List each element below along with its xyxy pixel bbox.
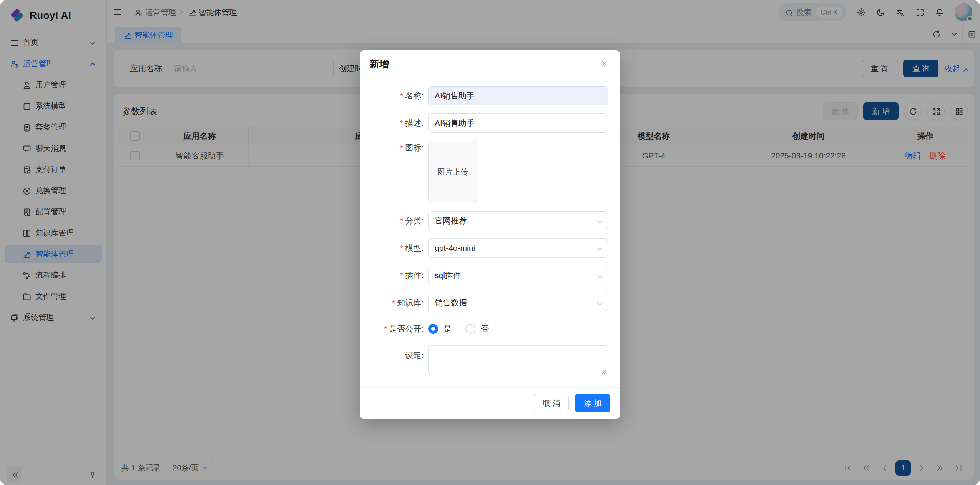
knowledge-label: 知识库: bbox=[360, 297, 428, 308]
form-row-public: 是否公开: 是 否 bbox=[360, 320, 608, 337]
public-label: 是否公开: bbox=[360, 323, 428, 334]
setting-textarea[interactable] bbox=[428, 345, 608, 375]
desc-label: 描述: bbox=[360, 118, 428, 128]
radio-no-label[interactable]: 否 bbox=[481, 323, 489, 334]
radio-public-no[interactable] bbox=[465, 324, 475, 334]
category-value: 官网推荐 bbox=[435, 215, 467, 226]
form-row-knowledge: 知识库: 销售数据 bbox=[360, 293, 608, 312]
form-row-setting: 设定: bbox=[360, 345, 608, 377]
name-label: 名称: bbox=[360, 90, 428, 101]
chevron-down-icon bbox=[595, 272, 602, 279]
app-window: Ruoyi AI 首页 运营管理 用户管理 系统模型 bbox=[0, 0, 980, 485]
plugin-label: 插件: bbox=[360, 270, 428, 281]
form-row-icon: 图标: 图片上传 bbox=[360, 141, 608, 203]
icon-label: 图标: bbox=[360, 141, 428, 153]
form-row-name: 名称: bbox=[360, 86, 608, 105]
close-icon[interactable] bbox=[600, 59, 610, 70]
category-select[interactable]: 官网推荐 bbox=[428, 211, 608, 230]
modal-header: 新增 bbox=[360, 50, 620, 77]
model-label: 模型: bbox=[360, 243, 428, 253]
modal-title: 新增 bbox=[370, 58, 389, 70]
model-value: gpt-4o-mini bbox=[435, 243, 475, 253]
setting-label: 设定: bbox=[360, 345, 428, 361]
plugin-select[interactable]: sql插件 bbox=[428, 266, 608, 285]
upload-label: 图片上传 bbox=[437, 167, 468, 177]
plugin-value: sql插件 bbox=[435, 270, 461, 281]
radio-public-yes[interactable] bbox=[428, 324, 438, 334]
form-row-plugin: 插件: sql插件 bbox=[360, 266, 608, 285]
knowledge-select[interactable]: 销售数据 bbox=[428, 293, 608, 312]
image-upload-button[interactable]: 图片上传 bbox=[428, 141, 477, 203]
desc-input[interactable] bbox=[428, 113, 608, 133]
modal-footer: 取 消 添 加 bbox=[360, 387, 620, 419]
chevron-down-icon bbox=[595, 217, 602, 224]
knowledge-value: 销售数据 bbox=[435, 297, 467, 308]
radio-yes-label[interactable]: 是 bbox=[443, 323, 452, 334]
model-select[interactable]: gpt-4o-mini bbox=[428, 238, 608, 258]
chevron-down-icon bbox=[595, 299, 602, 306]
modal-form: 名称: 描述: 图标: 图片上传 分类: 官网推荐 bbox=[360, 77, 620, 387]
add-agent-modal: 新增 名称: 描述: 图标: 图片上传 分类: bbox=[360, 50, 620, 419]
form-row-category: 分类: 官网推荐 bbox=[360, 211, 608, 230]
cancel-button[interactable]: 取 消 bbox=[534, 394, 569, 412]
name-input[interactable] bbox=[428, 86, 608, 105]
form-row-desc: 描述: bbox=[360, 113, 608, 133]
form-row-model: 模型: gpt-4o-mini bbox=[360, 238, 608, 258]
category-label: 分类: bbox=[360, 215, 428, 226]
chevron-down-icon bbox=[595, 245, 602, 252]
submit-add-button[interactable]: 添 加 bbox=[575, 394, 610, 412]
